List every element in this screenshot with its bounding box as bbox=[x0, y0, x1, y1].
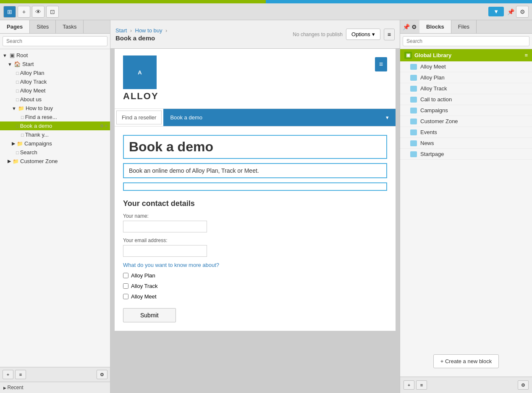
right-settings-btn[interactable]: ⚙ bbox=[518, 380, 529, 390]
tab-files[interactable]: Files bbox=[451, 20, 477, 33]
breadcrumb: Start › How to buy › bbox=[115, 27, 169, 34]
library-item-events[interactable]: Events bbox=[400, 127, 532, 138]
settings-btn[interactable]: ⚙ bbox=[97, 370, 107, 379]
main-layout: Pages Sites Tasks ▼ ▣ Root ▼ 🏠 Start bbox=[0, 20, 532, 393]
tree-item-thank-you[interactable]: □ Thank y... bbox=[0, 130, 110, 139]
tree-item-alloy-meet[interactable]: □ Alloy Meet bbox=[0, 86, 110, 95]
library-label-alloy-plan: Alloy Plan bbox=[420, 74, 445, 81]
options-label: Options bbox=[351, 31, 370, 37]
tree-label-root: Root bbox=[16, 52, 28, 58]
tree-item-about-us[interactable]: □ About us bbox=[0, 95, 110, 104]
right-menu-btn[interactable]: ≡ bbox=[416, 380, 427, 390]
tree-item-book-demo[interactable]: □ Book a demo ⚙ ≡ bbox=[0, 121, 110, 130]
library-label-customer-zone: Customer Zone bbox=[420, 118, 458, 124]
campaigns-expand-icon: ▶ bbox=[12, 141, 15, 146]
name-input[interactable] bbox=[123, 221, 207, 232]
folder-icon-customer-zone: 📁 bbox=[13, 158, 19, 164]
tree-label-alloy-meet: Alloy Meet bbox=[20, 87, 46, 94]
page-title: Book a demo bbox=[115, 34, 169, 42]
folder-icon-how-to-buy: 📁 bbox=[18, 106, 24, 111]
checkbox-meet[interactable] bbox=[123, 294, 128, 299]
recent-bar[interactable]: Recent bbox=[0, 382, 110, 393]
tree-label-start: Start bbox=[22, 61, 34, 67]
hamburger-btn[interactable]: ≡ bbox=[375, 57, 387, 71]
right-bottom-bar: + ≡ ⚙ bbox=[400, 377, 532, 393]
library-label-campaigns: Campaigns bbox=[420, 107, 448, 113]
gear-btn-right[interactable]: ⚙ bbox=[516, 6, 529, 18]
tree-item-search[interactable]: □ Search bbox=[0, 148, 110, 157]
email-input[interactable] bbox=[123, 245, 207, 257]
breadcrumb-how-to-buy[interactable]: How to buy bbox=[135, 27, 162, 34]
file-icon-find-reseller: □ bbox=[21, 115, 24, 120]
tree-label-search: Search bbox=[20, 149, 37, 156]
nav-find-reseller[interactable]: Find a reseller bbox=[116, 111, 162, 124]
alloy-logo: A ALLOY bbox=[123, 55, 159, 102]
right-panel-search-area bbox=[400, 34, 532, 49]
tree-item-alloy-track[interactable]: □ Alloy Track bbox=[0, 77, 110, 86]
library-item-startpage[interactable]: Startpage bbox=[400, 149, 532, 160]
file-icon-alloy-track: □ bbox=[16, 79, 19, 84]
start-home-icon: 🏠 bbox=[14, 61, 21, 67]
menu-btn[interactable]: ≡ bbox=[15, 370, 26, 379]
library-label-news: News bbox=[420, 140, 434, 146]
dropdown-btn[interactable]: ▼ bbox=[488, 7, 504, 16]
contact-section: Your contact details Your name: Your ema… bbox=[123, 199, 387, 322]
tree-item-root[interactable]: ▼ ▣ Root bbox=[0, 51, 110, 60]
page-nav: Find a reseller Book a demo ▾ bbox=[115, 109, 396, 127]
tree-item-campaigns[interactable]: ▶ 📁 Campaigns bbox=[0, 139, 110, 148]
breadcrumb-start[interactable]: Start bbox=[115, 27, 127, 34]
options-button[interactable]: Options ▾ bbox=[346, 29, 380, 40]
add-page-btn[interactable]: + bbox=[18, 6, 30, 18]
left-search-input[interactable] bbox=[3, 36, 107, 46]
nav-chevron-icon: ▾ bbox=[386, 114, 389, 121]
tab-sites[interactable]: Sites bbox=[30, 20, 56, 33]
library-menu-icon[interactable]: ≡ bbox=[524, 52, 528, 58]
pages-icon[interactable]: ⊞ bbox=[3, 6, 16, 18]
library-item-campaigns[interactable]: Campaigns bbox=[400, 105, 532, 116]
tree-gear-icon[interactable]: ⚙ ≡ bbox=[100, 124, 107, 128]
alloy-logo-box: A bbox=[123, 55, 157, 89]
library-item-alloy-meet[interactable]: Alloy Meet bbox=[400, 61, 532, 72]
library-item-customer-zone[interactable]: Customer Zone bbox=[400, 116, 532, 127]
checkbox-alloy-track: Alloy Track bbox=[123, 283, 387, 289]
right-add-btn[interactable]: + bbox=[404, 380, 414, 390]
right-search-input[interactable] bbox=[403, 36, 529, 46]
library-item-alloy-track[interactable]: Alloy Track bbox=[400, 83, 532, 94]
library-item-alloy-plan[interactable]: Alloy Plan bbox=[400, 72, 532, 83]
create-block-button[interactable]: + Create a new block bbox=[433, 354, 499, 368]
screenshot-btn[interactable]: ⊡ bbox=[46, 6, 59, 18]
tab-blocks[interactable]: Blocks bbox=[419, 20, 451, 33]
library-item-news[interactable]: News bbox=[400, 138, 532, 149]
library-header[interactable]: ▣ Global Library ≡ bbox=[400, 49, 532, 61]
nav-find-reseller-label: Find a reseller bbox=[122, 114, 156, 121]
checkbox-track[interactable] bbox=[123, 283, 128, 289]
tab-tasks[interactable]: Tasks bbox=[56, 20, 84, 33]
checkbox-plan[interactable] bbox=[123, 273, 128, 278]
name-label: Your name: bbox=[123, 213, 387, 219]
tree-label-book-demo: Book a demo bbox=[20, 123, 52, 129]
no-changes-text: No changes to publish bbox=[293, 32, 343, 37]
tree-label-alloy-track: Alloy Track bbox=[20, 79, 47, 85]
file-icon-thank-you: □ bbox=[21, 132, 24, 137]
library-item-call-to-action[interactable]: Call to action bbox=[400, 94, 532, 105]
add-item-btn[interactable]: + bbox=[3, 370, 13, 379]
library-label-events: Events bbox=[420, 129, 437, 135]
tree-item-how-to-buy[interactable]: ▼ 📁 How to buy bbox=[0, 104, 110, 113]
center-panel: Start › How to buy › Book a demo No chan… bbox=[110, 20, 400, 393]
list-view-btn[interactable]: ≡ bbox=[384, 29, 395, 40]
root-icon: ▣ bbox=[10, 52, 15, 58]
alloy-logo-text: ALLOY bbox=[123, 91, 159, 102]
tree-item-find-reseller[interactable]: □ Find a rese... bbox=[0, 113, 110, 121]
tab-pages[interactable]: Pages bbox=[0, 20, 30, 33]
preview-btn[interactable]: 👁 bbox=[32, 6, 45, 18]
nav-book-demo[interactable]: Book a demo ▾ bbox=[163, 109, 396, 126]
want-to-know-text: What do you want to know more about? bbox=[123, 262, 387, 268]
tree-item-customer-zone[interactable]: ▶ 📁 Customer Zone bbox=[0, 157, 110, 166]
contact-title: Your contact details bbox=[123, 199, 387, 208]
submit-button[interactable]: Submit bbox=[123, 308, 176, 322]
lib-folder-icon-alloy-track bbox=[410, 86, 417, 92]
tree-label-about-us: About us bbox=[20, 96, 42, 103]
tree-item-start[interactable]: ▼ 🏠 Start bbox=[0, 60, 110, 69]
tree-item-alloy-plan[interactable]: □ Alloy Plan bbox=[0, 69, 110, 77]
lib-folder-icon-customer-zone bbox=[410, 119, 417, 124]
